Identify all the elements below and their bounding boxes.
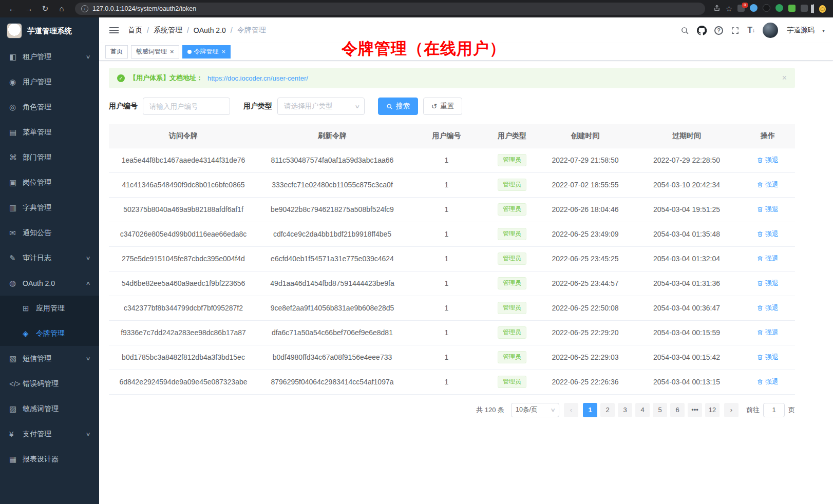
force-logout-button[interactable]: 强退: [757, 328, 779, 337]
sidebar-item-tenant[interactable]: ◧租户管理∨: [0, 44, 99, 69]
bookmark-star-icon[interactable]: ☆: [726, 5, 732, 13]
force-logout-button[interactable]: 强退: [757, 229, 779, 239]
force-logout-button[interactable]: 强退: [757, 377, 779, 386]
next-page-button[interactable]: ›: [724, 403, 739, 417]
force-logout-button[interactable]: 强退: [757, 156, 779, 165]
help-icon[interactable]: ?: [714, 26, 723, 35]
cell-user-id: 1: [407, 320, 486, 345]
browser-toolbar-right: ☆ 0 ☺: [711, 4, 828, 14]
font-size-icon[interactable]: T↕: [747, 26, 755, 35]
cell-actions: 强退: [741, 222, 795, 246]
page-more-button[interactable]: •••: [688, 403, 702, 417]
sidebar-item-sensitive-word[interactable]: ▨敏感词管理: [0, 396, 99, 421]
cell-expire-time: 2054-03-04 00:15:59: [633, 320, 741, 345]
sidebar-toggle-icon[interactable]: [109, 30, 119, 31]
cell-access-token: 1ea5e44f8bc1467aaede43144f31de76: [109, 148, 258, 172]
sidebar-item-user[interactable]: ◉用户管理: [0, 69, 99, 94]
site-info-icon[interactable]: i: [81, 5, 88, 12]
page-button-3[interactable]: 3: [618, 403, 632, 417]
search-button[interactable]: 搜索: [378, 98, 418, 115]
page-button-1[interactable]: 1: [583, 403, 597, 417]
sidebar-item-menu[interactable]: ▤菜单管理: [0, 120, 99, 145]
tab-close-icon[interactable]: ×: [222, 48, 226, 55]
force-logout-button[interactable]: 强退: [757, 180, 779, 189]
navbar-actions: ? T↕ 芋道源码 ▾: [680, 23, 825, 38]
tab-token[interactable]: 令牌管理×: [182, 45, 231, 59]
extension-dark-icon[interactable]: [763, 4, 770, 13]
sidebar-item-oauth2[interactable]: ◍OAuth 2.0∧: [0, 270, 99, 296]
app-logo[interactable]: 芋道管理系统: [0, 17, 99, 44]
column-header-access-token: 访问令牌: [109, 124, 258, 148]
force-logout-button[interactable]: 强退: [757, 279, 779, 288]
sidebar-item-token-mgmt[interactable]: ◈令牌管理: [0, 321, 99, 346]
sidebar-item-app-mgmt[interactable]: ⊞应用管理: [0, 296, 99, 321]
alert-close-icon[interactable]: ×: [782, 73, 787, 83]
page-button-12[interactable]: 12: [705, 403, 720, 417]
browser-profile-avatar[interactable]: ☺: [819, 4, 826, 14]
cell-access-token: 41c41346a548490f9dc8b01c6bfe0865: [109, 172, 258, 197]
chevron-down-icon: ∨: [85, 356, 90, 361]
share-icon[interactable]: [713, 4, 721, 13]
sidebar-item-role[interactable]: ◎角色管理: [0, 94, 99, 120]
extensions-puzzle-icon[interactable]: [788, 5, 796, 13]
cell-created-time: 2022-06-25 22:29:03: [538, 345, 633, 370]
tab-active-dot-icon: [187, 50, 192, 54]
extension-green-icon[interactable]: [775, 4, 783, 13]
column-header-user-type: 用户类型: [486, 124, 538, 148]
page-button-5[interactable]: 5: [653, 403, 667, 417]
page-button-6[interactable]: 6: [670, 403, 685, 417]
page-button-4[interactable]: 4: [635, 403, 650, 417]
sidebar-item-report-designer[interactable]: ▦报表设计器: [0, 447, 99, 472]
goto-page-input[interactable]: [763, 403, 785, 417]
extension-gray-icon[interactable]: [801, 5, 808, 13]
tab-close-icon[interactable]: ×: [170, 48, 174, 55]
reset-button[interactable]: ↺ 重置: [423, 98, 462, 115]
user-id-input[interactable]: [143, 98, 230, 115]
forward-button[interactable]: →: [22, 2, 36, 15]
alert-doc-link[interactable]: https://doc.iocoder.cn/user-center/: [207, 74, 308, 82]
breadcrumb-item-3[interactable]: OAuth 2.0: [194, 26, 226, 34]
prev-page-button[interactable]: ‹: [564, 403, 578, 417]
home-button[interactable]: ⌂: [54, 2, 69, 15]
sidebar-item-label: 短信管理: [23, 354, 86, 363]
sidebar-item-pay[interactable]: ¥支付管理∨: [0, 421, 99, 447]
sidebar-item-dept[interactable]: ⌘部门管理: [0, 145, 99, 170]
sidebar-item-notice[interactable]: ✉通知公告: [0, 220, 99, 245]
sidebar-item-post[interactable]: ▣岗位管理: [0, 170, 99, 195]
breadcrumb-item-1[interactable]: 首页: [128, 26, 142, 35]
menu-icon: ▤: [9, 128, 23, 137]
extension-blue-icon[interactable]: [750, 4, 758, 13]
cell-expire-time: 2054-03-04 00:15:42: [633, 345, 741, 370]
user-type-select[interactable]: 请选择用户类型 ∨: [277, 98, 365, 115]
side-panel-icon[interactable]: [813, 5, 814, 13]
user-avatar[interactable]: [763, 23, 778, 38]
cell-expire-time: 2054-03-10 20:42:34: [633, 172, 741, 197]
address-bar[interactable]: i 127.0.0.1:1024/system/oauth2/token: [75, 3, 705, 15]
search-icon[interactable]: [680, 26, 689, 35]
cell-user-type: 管理员: [486, 246, 538, 271]
breadcrumb-item-2[interactable]: 系统管理: [154, 26, 182, 35]
force-logout-button[interactable]: 强退: [757, 303, 779, 313]
fullscreen-icon[interactable]: [731, 26, 740, 35]
breadcrumb-item-4: 令牌管理: [237, 26, 266, 35]
extension-badged-icon[interactable]: 0: [737, 5, 745, 13]
sidebar-item-dict[interactable]: ▥字典管理: [0, 195, 99, 220]
cell-access-token: 502375b8040a469a9b82188afdf6af1f: [109, 197, 258, 222]
reload-button[interactable]: ↻: [38, 2, 52, 15]
cell-refresh-token: 333ecfc71e02480cb11055c875c3ca0f: [258, 172, 407, 197]
page-size-select[interactable]: 10条/页 ∨: [511, 403, 559, 417]
back-button[interactable]: ←: [5, 2, 20, 15]
force-logout-button[interactable]: 强退: [757, 205, 779, 214]
force-logout-button[interactable]: 强退: [757, 353, 779, 362]
user-menu-caret-icon[interactable]: ▾: [822, 28, 825, 33]
github-icon[interactable]: [697, 26, 707, 35]
sidebar-item-error-code[interactable]: </>错误码管理: [0, 371, 99, 396]
sidebar-item-sms[interactable]: ▧短信管理∨: [0, 346, 99, 371]
user-type-badge: 管理员: [498, 302, 526, 314]
sidebar-item-audit-log[interactable]: ✎审计日志∨: [0, 245, 99, 270]
cell-user-type: 管理员: [486, 370, 538, 394]
page-button-2[interactable]: 2: [600, 403, 615, 417]
tab-home[interactable]: 首页: [105, 45, 128, 59]
tab-sensitive-word[interactable]: 敏感词管理×: [131, 45, 179, 59]
force-logout-button[interactable]: 强退: [757, 254, 779, 263]
